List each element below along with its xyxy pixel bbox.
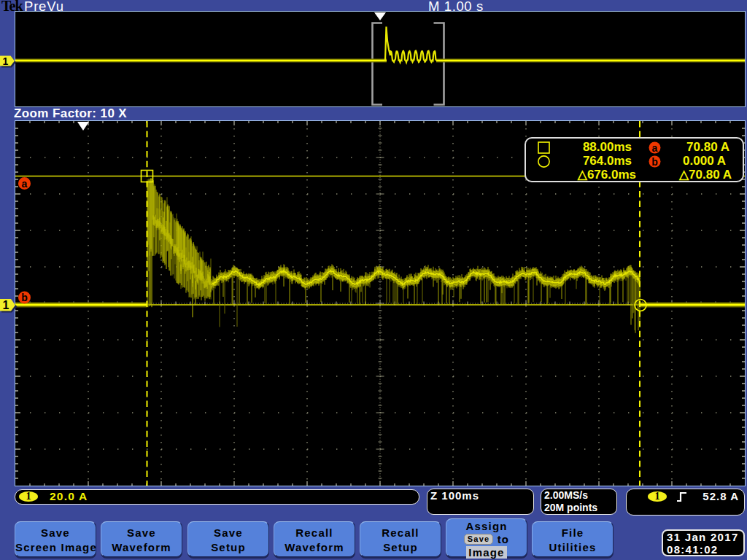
svg-text:a: a [22, 178, 28, 190]
svg-text:b: b [21, 292, 28, 303]
svg-text:b: b [651, 156, 658, 168]
svg-text:a: a [652, 142, 658, 154]
svg-text:1: 1 [3, 299, 9, 311]
svg-text:1: 1 [3, 55, 9, 67]
